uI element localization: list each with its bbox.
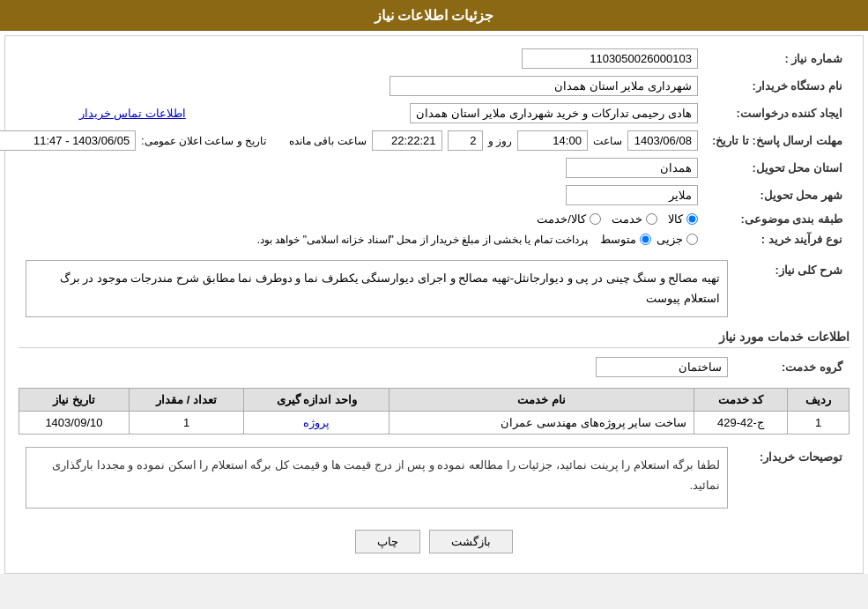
buyer-notes-value: لطفا برگه استعلام را پرینت نمائید، جزئیا… (19, 443, 735, 512)
info-table: شماره نیاز : 1103050026000103 نام دستگاه… (0, 45, 849, 249)
col-name: نام خدمت (389, 388, 694, 411)
tabaqe-value: کالا خدمت کالا/خدمت (0, 209, 705, 229)
sharh-section: شرح کلی نیاز: تهیه مصالح و سنگ چینی در پ… (19, 256, 849, 321)
name-dasteegah-value: شهرداری ملایر استان همدان (0, 72, 705, 100)
nooe-jozi-option[interactable]: جزیی (657, 233, 698, 246)
sharh-kolli-box: تهیه مصالح و سنگ چینی در پی و دیوارجانثل… (26, 260, 728, 317)
saat-field: 14:00 (517, 130, 588, 151)
buyer-notes-label: توصیحات خریدار: (735, 443, 849, 512)
cell-code: ج-42-429 (694, 411, 787, 434)
ijad-konande-field: هادی رحیمی تدارکات و خرید شهرداری ملایر … (410, 103, 698, 123)
gorooh-table: گروه خدمت: ساختمان (19, 353, 849, 381)
khadamat-section-title: اطلاعات خدمات مورد نیاز (19, 330, 849, 348)
shomara-niaz-field: 1103050026000103 (522, 48, 698, 69)
sharh-kolli-value: تهیه مصالح و سنگ چینی در پی و دیوارجانثل… (19, 256, 735, 321)
cell-radif: 1 (788, 411, 849, 434)
cell-unit: پروژه (244, 411, 389, 434)
cell-name: ساخت سایر پروژه‌های مهندسی عمران (389, 411, 694, 434)
name-dasteegah-field: شهرداری ملایر استان همدان (389, 76, 698, 96)
services-table: ردیف کد خدمت نام خدمت واحد اندازه گیری ت… (19, 388, 849, 434)
tarikh-elan-field: 1403/06/05 - 11:47 (0, 130, 136, 151)
col-code: کد خدمت (694, 388, 787, 411)
page-header: جزئیات اطلاعات نیاز (0, 0, 868, 31)
gorooh-value: ساختمان (19, 353, 735, 381)
nooe-farayand-label: نوع فرآیند خرید : (705, 229, 849, 249)
main-content: شماره نیاز : 1103050026000103 نام دستگاه… (4, 35, 864, 574)
cell-qty: 1 (129, 411, 244, 434)
shahr-tahvil-value: ملایر (0, 182, 705, 209)
ettelaat-tamas-link[interactable]: اطلاعات تماس خریدار (79, 107, 186, 120)
tarikh-elan-label: تاریخ و ساعت اعلان عمومی: (141, 135, 266, 147)
rooz-field: 2 (448, 130, 483, 151)
table-row: 1 ج-42-429 ساخت سایر پروژه‌های مهندسی عم… (19, 411, 849, 434)
tabaqe-label: طبقه بندی موضوعی: (705, 209, 849, 229)
tabaqe-khadamat-option[interactable]: خدمت (612, 212, 657, 226)
nooe-farayand-value: جزیی متوسط پرداخت تمام یا بخشی از مبلغ خ… (0, 229, 705, 249)
saat-baqi-label: ساعت باقی مانده (289, 135, 367, 147)
ostan-tahvil-field: همدان (566, 158, 698, 178)
buyer-notes-box: لطفا برگه استعلام را پرینت نمائید، جزئیا… (26, 447, 728, 509)
ostan-tahvil-label: استان محل تحویل: (705, 154, 849, 182)
buyer-notes-section: توصیحات خریدار: لطفا برگه استعلام را پری… (19, 443, 849, 512)
shahr-tahvil-label: شهر محل تحویل: (705, 182, 849, 209)
ijad-konande-value: هادی رحیمی تدارکات و خرید شهرداری ملایر … (193, 100, 705, 127)
gorooh-label: گروه خدمت: (735, 353, 849, 381)
sharh-kolli-label: شرح کلی نیاز: (735, 256, 849, 321)
mohlat-ersal-label: مهلت ارسال پاسخ: تا تاریخ: (705, 127, 849, 154)
print-button[interactable]: چاپ (355, 530, 420, 553)
tabaqe-kala-option[interactable]: کالا (668, 212, 698, 226)
col-radif: ردیف (788, 388, 849, 411)
cell-date: 1403/09/10 (19, 411, 130, 434)
ijad-konande-label: ایجاد کننده درخواست: (705, 100, 849, 127)
tarikh-field: 1403/06/08 (627, 130, 698, 151)
saat-label: ساعت (593, 135, 622, 147)
bottom-buttons: بازگشت چاپ (19, 519, 849, 564)
tabaqe-kala-khadamat-option[interactable]: کالا/خدمت (537, 212, 601, 226)
ostan-tahvil-value: همدان (0, 154, 705, 182)
shahr-tahvil-field: ملایر (566, 185, 698, 205)
mohlat-ersal-value: 1403/06/08 ساعت 14:00 روز و 2 22:22:21 س… (0, 127, 705, 154)
col-date: تاریخ نیاز (19, 388, 130, 411)
name-dasteegah-label: نام دستگاه خریدار: (705, 72, 849, 100)
col-qty: تعداد / مقدار (129, 388, 244, 411)
col-unit: واحد اندازه گیری (244, 388, 389, 411)
gorooh-field: ساختمان (596, 357, 728, 377)
countdown-field: 22:22:21 (372, 130, 442, 151)
shomara-niaz-value: 1103050026000103 (228, 45, 705, 72)
nooe-motavset-option[interactable]: متوسط (600, 233, 651, 246)
nooe-notice: پرداخت تمام یا بخشی از مبلغ خریدار از مح… (257, 234, 588, 246)
shomara-niaz-label: شماره نیاز : (705, 45, 849, 72)
back-button[interactable]: بازگشت (429, 530, 513, 553)
page-title: جزئیات اطلاعات نیاز (375, 8, 494, 23)
rooz-label: روز و (488, 135, 512, 147)
